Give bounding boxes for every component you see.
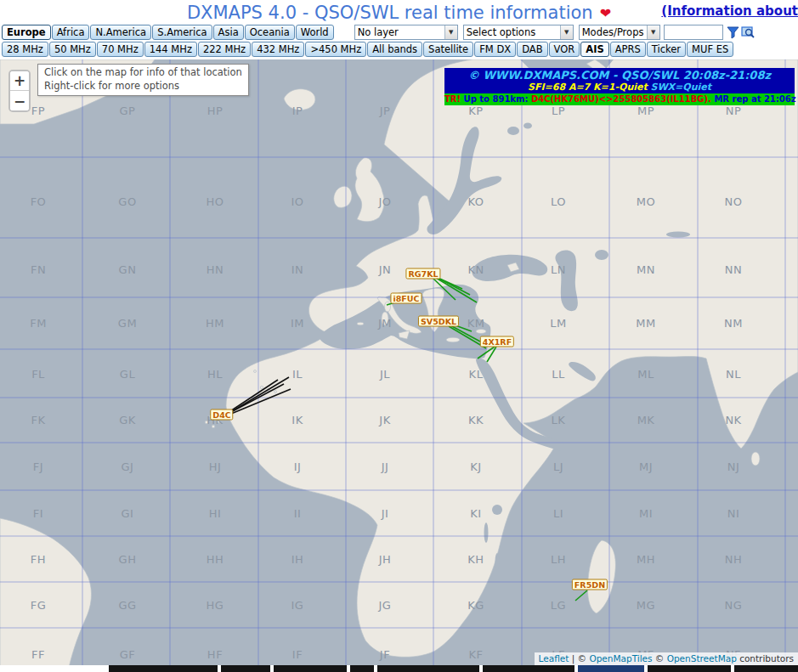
chevron-down-icon: ▼ bbox=[647, 25, 659, 39]
info-text-part: K=1-Quiet bbox=[593, 82, 650, 93]
tropo-report-line: TR! Up to 891km: D4C(HK76MU)<>255805863(… bbox=[444, 93, 795, 105]
station-labels-layer: RG7KLi8FUCSV5DKL4X1RFD4CFR5DN bbox=[0, 59, 798, 672]
station-label-i8FUC[interactable]: i8FUC bbox=[390, 293, 422, 304]
chevron-down-icon: ▼ bbox=[444, 25, 457, 39]
info-text-part: SFI=68 bbox=[528, 82, 569, 93]
band-tab-aprs[interactable]: APRS bbox=[610, 42, 646, 57]
options-select[interactable]: Select options ▼ bbox=[463, 25, 574, 40]
attribution-text: contributors bbox=[737, 653, 794, 664]
region-tab-africa[interactable]: Africa bbox=[52, 25, 90, 40]
filter-icon[interactable] bbox=[726, 25, 741, 40]
band-tab-222-mhz[interactable]: 222 MHz bbox=[198, 42, 251, 57]
information-link[interactable]: (Information about bbox=[661, 3, 798, 19]
status-info-box: © WWW.DXMAPS.COM - QSO/SWL 20:08z-21:08z… bbox=[444, 68, 795, 105]
station-label-4X1RF[interactable]: 4X1RF bbox=[480, 336, 514, 347]
band-tab-muf-es[interactable]: MUF ES bbox=[687, 42, 733, 57]
table-peek-cell bbox=[648, 665, 731, 672]
table-peek-cell bbox=[483, 665, 574, 672]
attribution-link[interactable]: OpenMapTiles bbox=[589, 653, 652, 664]
callsign-filter-input[interactable] bbox=[664, 25, 723, 40]
dxmaps-app: DXMAPS 4.0 - QSO/SWL real time informati… bbox=[0, 0, 798, 672]
table-peek-strip bbox=[0, 665, 798, 672]
zoom-in-button[interactable]: + bbox=[10, 71, 29, 91]
map-controls: No layer ▼ Select options ▼ Modes/Props … bbox=[354, 25, 756, 40]
band-tab-ticker[interactable]: Ticker bbox=[647, 42, 686, 57]
info-text-part: D4C(HK76MU)<>255805863(IL11BG). bbox=[531, 94, 711, 104]
band-tab-vor[interactable]: VOR bbox=[549, 42, 580, 57]
region-tab-europe[interactable]: Europe bbox=[2, 25, 51, 40]
heart-icon: ❤ bbox=[600, 5, 611, 21]
zoom-control: + − bbox=[8, 70, 31, 112]
band-tab-ais[interactable]: AIS bbox=[580, 42, 608, 57]
attribution-text: | © bbox=[569, 653, 589, 664]
tooltip-line-1: Click on the map for info of that locati… bbox=[44, 66, 242, 80]
info-header-line: © WWW.DXMAPS.COM - QSO/SWL 20:08z-21:08z bbox=[444, 69, 795, 82]
tooltip-line-2: Right-click for more options bbox=[44, 80, 242, 93]
layer-select-value: No layer bbox=[355, 26, 444, 38]
map-help-tooltip: Click on the map for info of that locati… bbox=[37, 64, 249, 96]
search-map-icon[interactable] bbox=[741, 25, 756, 40]
table-peek-cell bbox=[377, 665, 479, 672]
band-tab-fm-dx[interactable]: FM DX bbox=[474, 42, 516, 57]
layer-select[interactable]: No layer ▼ bbox=[354, 25, 458, 40]
table-peek-cell bbox=[221, 665, 270, 672]
station-label-D4C[interactable]: D4C bbox=[210, 409, 233, 421]
map-canvas[interactable]: FPGPHPIPJPKPLPMPNPFOGOHOIOJOKOLOMONOFNGN… bbox=[0, 59, 798, 672]
table-peek-cell bbox=[578, 665, 644, 672]
region-tab-asia[interactable]: Asia bbox=[213, 25, 244, 40]
chevron-down-icon: ▼ bbox=[560, 25, 573, 39]
band-tab--450-mhz[interactable]: >450 MHz bbox=[305, 42, 366, 57]
region-tab-n-america[interactable]: N.America bbox=[90, 25, 151, 40]
band-tab-28-mhz[interactable]: 28 MHz bbox=[2, 42, 48, 57]
info-text-part: TR! bbox=[444, 94, 464, 104]
attribution-text: © bbox=[653, 653, 667, 664]
table-peek-cell bbox=[350, 665, 374, 672]
region-tabs: EuropeAfricaN.AmericaS.AmericaAsiaOceani… bbox=[2, 25, 334, 40]
station-label-RG7KL[interactable]: RG7KL bbox=[405, 268, 440, 280]
region-tab-row: EuropeAfricaN.AmericaS.AmericaAsiaOceani… bbox=[2, 25, 798, 42]
region-tab-world[interactable]: World bbox=[296, 25, 334, 40]
info-text-part: Up to 891km: bbox=[464, 94, 531, 104]
page-title: DXMAPS 4.0 - QSO/SWL real time informati… bbox=[187, 3, 593, 23]
band-tab-432-mhz[interactable]: 432 MHz bbox=[252, 42, 304, 57]
options-select-value: Select options bbox=[464, 26, 560, 38]
region-tab-oceania[interactable]: Oceania bbox=[245, 25, 295, 40]
modes-props-select-value: Modes/Props bbox=[580, 26, 647, 38]
table-peek-cell bbox=[734, 665, 798, 672]
info-text-part: A=7 bbox=[569, 82, 593, 93]
band-tabs: 28 MHz50 MHz70 MHz144 MHz222 MHz432 MHz>… bbox=[2, 42, 733, 57]
band-tab-70-mhz[interactable]: 70 MHz bbox=[97, 42, 144, 57]
info-text-part: MR rep at 21:06z bbox=[711, 94, 796, 104]
station-label-SV5DKL[interactable]: SV5DKL bbox=[418, 316, 459, 327]
band-tab-144-mhz[interactable]: 144 MHz bbox=[144, 42, 197, 57]
zoom-out-button[interactable]: − bbox=[10, 91, 29, 110]
modes-props-select[interactable]: Modes/Props ▼ bbox=[579, 25, 660, 40]
band-tab-dab[interactable]: DAB bbox=[517, 42, 547, 57]
station-label-FR5DN[interactable]: FR5DN bbox=[572, 579, 608, 590]
band-tab-row: 28 MHz50 MHz70 MHz144 MHz222 MHz432 MHz>… bbox=[2, 42, 798, 59]
attribution-link[interactable]: Leaflet bbox=[539, 653, 569, 664]
info-text-part: SWX=Quiet bbox=[651, 82, 711, 93]
table-peek-cell bbox=[109, 665, 218, 672]
region-tab-s-america[interactable]: S.America bbox=[152, 25, 212, 40]
band-tab-satellite[interactable]: Satellite bbox=[423, 42, 473, 57]
solar-data-line: SFI=68 A=7 K=1-Quiet SWX=Quiet bbox=[444, 82, 795, 93]
band-tab-50-mhz[interactable]: 50 MHz bbox=[49, 42, 96, 57]
attribution-link[interactable]: OpenStreetMap bbox=[667, 653, 737, 664]
band-tab-all-bands[interactable]: All bands bbox=[367, 42, 422, 57]
header: DXMAPS 4.0 - QSO/SWL real time informati… bbox=[0, 0, 798, 25]
table-peek-cell bbox=[274, 665, 347, 672]
map-attribution: Leaflet | © OpenMapTiles © OpenStreetMap… bbox=[535, 652, 798, 665]
